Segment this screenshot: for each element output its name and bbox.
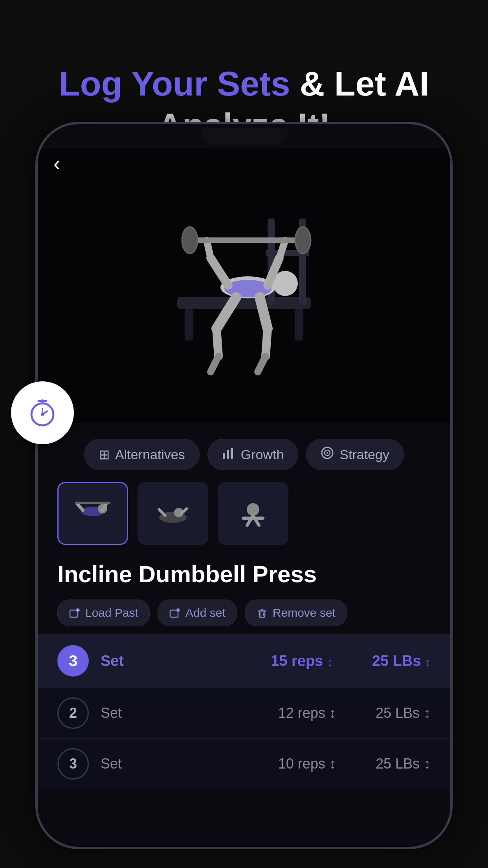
- active-set-number: 3: [57, 645, 89, 677]
- strategy-label: Strategy: [339, 447, 389, 462]
- title-highlight: Log Your Sets: [59, 64, 290, 103]
- set-rows: 2 Set 12 reps ↕ 25 LBs ↕ 3 Set 10 reps ↕…: [38, 688, 450, 789]
- timer-button[interactable]: [11, 381, 74, 444]
- set-row-2[interactable]: 3 Set 10 reps ↕ 25 LBs ↕: [38, 738, 450, 789]
- back-button[interactable]: ‹: [53, 152, 60, 175]
- svg-rect-19: [185, 237, 307, 243]
- thumb-img-1: [67, 490, 118, 537]
- action-buttons-row: ⊞ Alternatives Growth Strategy: [38, 423, 450, 482]
- svg-line-24: [211, 356, 218, 372]
- phone-frame: ‹: [35, 122, 453, 849]
- status-bar: [38, 124, 450, 148]
- alternatives-icon: ⊞: [99, 447, 110, 462]
- load-past-label: Load Past: [85, 606, 138, 620]
- active-set-row[interactable]: 3 Set 15 reps ↕ 25 LBs ↕: [38, 634, 450, 688]
- svg-line-26: [266, 329, 268, 356]
- svg-rect-59: [259, 611, 265, 617]
- svg-line-27: [258, 356, 266, 372]
- set-row-2-reps: 10 reps ↕: [278, 756, 336, 772]
- thumbnail-3[interactable]: [218, 482, 288, 545]
- reps-sort-icon: ↕: [327, 656, 333, 668]
- set-row-2-weight: 25 LBs ↕: [376, 756, 431, 772]
- remove-set-label: Remove set: [273, 606, 336, 620]
- svg-point-20: [182, 227, 198, 254]
- svg-rect-7: [185, 309, 193, 340]
- svg-rect-39: [75, 502, 110, 504]
- svg-line-15: [211, 258, 228, 285]
- trash-icon: [256, 607, 268, 619]
- notch: [201, 129, 287, 143]
- svg-rect-6: [177, 297, 311, 309]
- svg-rect-28: [223, 453, 225, 459]
- svg-rect-30: [231, 448, 233, 459]
- add-set-icon: [169, 607, 181, 619]
- thumb-img-3: [227, 490, 279, 537]
- weight-sort-icon: ↕: [425, 656, 431, 668]
- set-row-1-reps: 12 reps ↕: [278, 705, 336, 721]
- remove-set-button[interactable]: Remove set: [245, 600, 347, 626]
- exercise-name: Incline Dumbbell Press: [38, 557, 450, 600]
- thumb-img-2: [147, 490, 198, 537]
- svg-point-46: [247, 503, 259, 516]
- set-row-1-weight: 25 LBs ↕: [376, 705, 431, 721]
- svg-rect-29: [227, 450, 229, 459]
- strategy-button[interactable]: Strategy: [306, 439, 404, 470]
- active-set-label: Set: [101, 653, 259, 669]
- title-normal: & Let AI: [290, 64, 429, 103]
- growth-icon: [222, 446, 235, 463]
- load-past-icon: [69, 607, 81, 619]
- set-row-1-label: Set: [101, 705, 266, 721]
- svg-point-21: [295, 227, 311, 254]
- growth-button[interactable]: Growth: [207, 439, 299, 470]
- svg-point-5: [41, 413, 44, 416]
- phone-inner: ‹: [38, 124, 450, 847]
- set-action-buttons: Load Past Add set Rem: [38, 600, 450, 634]
- svg-line-23: [216, 329, 218, 356]
- set-row-1[interactable]: 2 Set 12 reps ↕ 25 LBs ↕: [38, 688, 450, 738]
- thumbnail-1[interactable]: [57, 482, 128, 545]
- thumbnail-row: [38, 482, 450, 557]
- load-past-button[interactable]: Load Past: [57, 600, 150, 626]
- strategy-icon: [321, 446, 334, 463]
- timer-icon: [27, 397, 58, 428]
- set-row-2-number: 3: [57, 748, 89, 780]
- add-set-button[interactable]: Add set: [158, 600, 237, 626]
- set-row-1-number: 2: [57, 697, 89, 729]
- active-set-reps: 15 reps ↕: [271, 653, 333, 669]
- add-set-label: Add set: [185, 606, 226, 620]
- thumbnail-2[interactable]: [138, 482, 208, 545]
- svg-rect-8: [295, 309, 303, 340]
- exercise-illustration: [146, 167, 342, 403]
- growth-label: Growth: [241, 447, 284, 462]
- alternatives-button[interactable]: ⊞ Alternatives: [84, 439, 200, 470]
- set-row-2-label: Set: [101, 756, 266, 772]
- alternatives-label: Alternatives: [115, 447, 185, 462]
- svg-point-33: [327, 452, 328, 454]
- exercise-animation-area: [38, 148, 450, 423]
- active-set-weight: 25 LBs ↕: [372, 653, 431, 669]
